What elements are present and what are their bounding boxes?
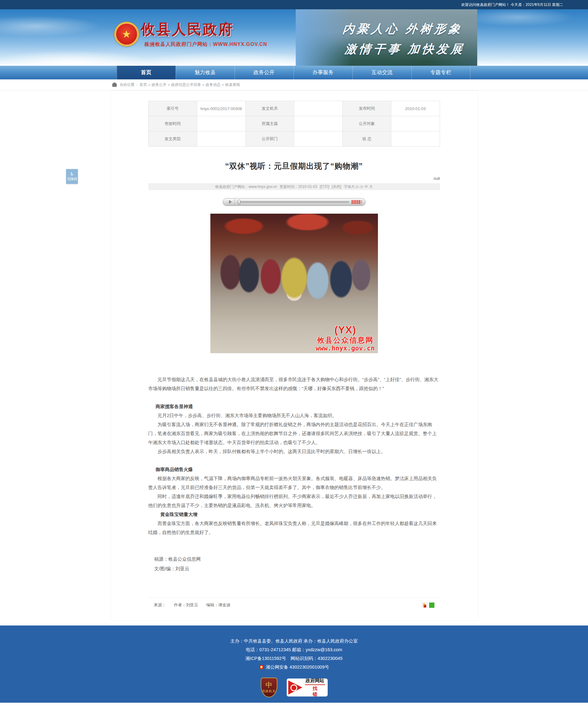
footer-security-record[interactable]: 湘公网安备 43022302001009号 bbox=[266, 663, 329, 671]
info-value-status bbox=[391, 131, 440, 147]
nav-tab-interaction[interactable]: 互动交流 bbox=[353, 66, 412, 79]
meta-site: 攸县政府门户网站：www.hnyx.gov.cn bbox=[215, 184, 277, 190]
article-meta-bar: 攸县政府门户网站：www.hnyx.gov.cn 更新时间：2010-01-03… bbox=[148, 183, 440, 190]
volume-bar bbox=[357, 200, 358, 204]
article-body: 元旦节假期这几天，在攸县县城的大街小巷人流汹涌而至，很多市民流连于各大购物中心和… bbox=[148, 375, 440, 574]
header-slogan: 内聚人心 外树形象 激情干事 加快发展 bbox=[340, 21, 468, 57]
play-button[interactable] bbox=[226, 198, 235, 205]
paragraph: 根据各大商家的反映，气温下降，商场内御寒商品专柜前一派热火朝天景象。各式服装、电… bbox=[148, 474, 440, 492]
info-label-valid-time: 有效时间 bbox=[148, 116, 197, 131]
info-value-index: hnyx-0001/2017-00308 bbox=[197, 101, 246, 116]
find-error-badge[interactable]: 政府网站 找 错 bbox=[287, 678, 328, 696]
share-more-icon[interactable] bbox=[422, 603, 427, 608]
paragraph: 步步高相关负责人表示，昨天，排队付账都有等上半个小时的。这两天日流比平时的星期六… bbox=[148, 447, 440, 456]
play-icon bbox=[229, 200, 232, 204]
party-badge-glyph: 中 bbox=[266, 682, 272, 688]
audio-progress-handle[interactable] bbox=[238, 200, 240, 204]
footer-icp: 湘ICP备13011592号 网站识别码：4302230045 bbox=[0, 654, 588, 663]
police-badge-icon bbox=[259, 665, 264, 670]
slogan-line-1: 内聚人心 外树形象 bbox=[342, 21, 468, 37]
volume-indicator[interactable] bbox=[352, 200, 362, 204]
nav-tab-home[interactable]: 首页 bbox=[117, 66, 176, 79]
article-photo-shopping-crowd: (YX) 攸县公众信息网 www.hnyx.gov.cn bbox=[210, 214, 378, 353]
info-label-pub-date: 发布时间 bbox=[342, 101, 391, 116]
paragraph: 元旦节假期这几天，在攸县县城的大街小巷人流汹涌而至，很多市民流连于各大购物中心和… bbox=[148, 375, 440, 393]
table-row: 索引号 hnyx-0001/2017-00308 发文机关 发布时间 2010-… bbox=[148, 101, 440, 116]
author-label: 作者：刘亚云 bbox=[174, 602, 198, 608]
info-label-index: 索引号 bbox=[148, 101, 197, 116]
info-value-pub-date: 2010-01-03 bbox=[391, 101, 440, 116]
accessibility-button[interactable]: ♿ 无障碍 bbox=[66, 169, 78, 184]
info-value-audience bbox=[391, 116, 440, 131]
section-heading-winter-goods: 御寒商品销售火爆 bbox=[148, 465, 440, 474]
slogan-line-2: 激情干事 加快发展 bbox=[340, 41, 466, 57]
party-badge-label: 党政机关 bbox=[262, 689, 276, 693]
breadcrumb-info-catalog[interactable]: 政府信息公开目录 bbox=[171, 82, 201, 87]
site-footer: 主办：中共攸县县委、攸县人民政府 承办：攸县人民政府办公室 电话：0731-24… bbox=[0, 625, 588, 703]
close-button[interactable]: [关闭] bbox=[332, 184, 341, 190]
watermark-name: 攸县公众信息网 bbox=[316, 336, 375, 345]
info-label-issuer: 发文机关 bbox=[246, 101, 294, 116]
party-gov-badge[interactable]: 中 党政机关 bbox=[261, 677, 277, 697]
print-button[interactable]: [打印] bbox=[320, 184, 329, 190]
wheelchair-icon: ♿ bbox=[70, 172, 74, 176]
volume-bar bbox=[359, 200, 360, 204]
breadcrumb-home[interactable]: 首页 bbox=[140, 82, 147, 87]
content-card: 索引号 hnyx-0001/2017-00308 发文机关 发布时间 2010-… bbox=[111, 90, 477, 620]
volume-bar bbox=[353, 200, 355, 204]
breadcrumb-separator: > bbox=[202, 83, 205, 87]
document-info-table: 索引号 hnyx-0001/2017-00308 发文机关 发布时间 2010-… bbox=[148, 101, 440, 147]
breadcrumb-county-news[interactable]: 攸县要闻 bbox=[225, 82, 240, 87]
topbar: 欢迎访问攸县政府门户网站！ 今天是：2021年5月11日 星期二 bbox=[0, 0, 588, 9]
watermark-logo: (YX) bbox=[316, 324, 375, 336]
paragraph: 而黄金珠宝方面，各大商家也反映销售量有所增长。老凤祥珠宝负责人称，元旦是婚嫁高峰… bbox=[148, 519, 440, 537]
nav-tab-special[interactable]: 专题专栏 bbox=[412, 66, 470, 79]
table-row: 有效时间 所属主题 公开对象 bbox=[148, 116, 440, 131]
nav-tab-gov-affairs[interactable]: 政务公开 bbox=[235, 66, 294, 79]
volume-bar-off bbox=[361, 200, 362, 204]
breadcrumb-bar: 当前位置： 首页 > 政务公开 > 政府信息公开目录 > 政务动态 > 攸县要闻 bbox=[0, 79, 588, 90]
welcome-text: 欢迎访问攸县政府门户网站！ 今天是：2021年5月11日 星期二 bbox=[461, 2, 564, 7]
volume-bar bbox=[355, 200, 357, 204]
breadcrumb-prefix: 当前位置： bbox=[120, 82, 139, 87]
info-value-issuer bbox=[294, 101, 342, 116]
paragraph: 元月2日中午，步步高、步行街、湘东大市场等主要购物场所无不人山人海，客流如织。 bbox=[148, 411, 440, 420]
site-subtitle: 株洲攸县人民政府门户网站：WWW.HNYX.GOV.CN bbox=[145, 41, 267, 48]
section-heading-gold-jewelry: 黄金珠宝销量大增 bbox=[148, 510, 440, 519]
info-label-doc-type: 发文类型 bbox=[148, 131, 197, 147]
home-icon bbox=[112, 84, 117, 87]
font-size-controls[interactable]: 字体大小:小 中 大 bbox=[344, 184, 373, 190]
info-value-valid-time bbox=[197, 116, 246, 131]
page-title: “双休”视听：元旦假期出现了“购物潮” bbox=[111, 161, 477, 171]
find-error-line2: 找 错 bbox=[305, 686, 325, 697]
nav-tab-services[interactable]: 办事服务 bbox=[294, 66, 353, 79]
watermark-url: www.hnyx.gov.cn bbox=[316, 345, 375, 352]
breadcrumb-gov-affairs[interactable]: 政务公开 bbox=[152, 82, 167, 87]
breadcrumb: 当前位置： 首页 > 政务公开 > 政府信息公开目录 > 政务动态 > 攸县要闻 bbox=[111, 79, 477, 90]
share-icons bbox=[422, 603, 435, 608]
info-value-open-dept bbox=[294, 131, 342, 147]
null-text: null bbox=[148, 176, 440, 181]
emblem-star-icon: ★ bbox=[122, 29, 131, 39]
section-heading-merchants: 商家揽客各显神通 bbox=[148, 402, 440, 411]
info-label-audience: 公开对象 bbox=[342, 116, 391, 131]
editor-label: 编辑：谭金波 bbox=[206, 602, 231, 608]
breadcrumb-separator: > bbox=[148, 83, 150, 87]
info-label-topic: 所属主题 bbox=[246, 116, 294, 131]
footer-contact: 电话：0731-24712345 邮箱：yxdzzw@163.com bbox=[0, 645, 588, 654]
volume-bar bbox=[352, 200, 353, 204]
table-row: 发文类型 公开部门 状 态 bbox=[148, 131, 440, 147]
national-emblem-logo: ★ bbox=[114, 22, 139, 46]
header-banner-image: 内聚人心 外树形象 激情干事 加快发展 bbox=[296, 9, 477, 66]
paragraph: 同时，适逢年底乔迁和婚嫁旺季，家用电器位列畅销排行榜前列。不少商家表示，最近不少… bbox=[148, 492, 440, 510]
nav-tab-charm[interactable]: 魅力攸县 bbox=[176, 66, 235, 79]
breadcrumb-gov-news[interactable]: 政务动态 bbox=[206, 82, 220, 87]
footer-badges: 中 党政机关 政府网站 找 错 bbox=[0, 677, 588, 697]
audio-progress-track[interactable] bbox=[237, 201, 349, 203]
breadcrumb-separator: > bbox=[222, 83, 224, 87]
editor-line: 文/图/编：刘亚云 bbox=[148, 564, 440, 574]
article-footer-meta: 来源： 作者：刘亚云 编辑：谭金波 bbox=[148, 598, 440, 611]
meta-update-time: 更新时间：2010-01-03 bbox=[279, 184, 317, 190]
share-weixin-icon[interactable] bbox=[429, 603, 435, 608]
source-line: 稿源：攸县公众信息网 bbox=[148, 554, 440, 564]
